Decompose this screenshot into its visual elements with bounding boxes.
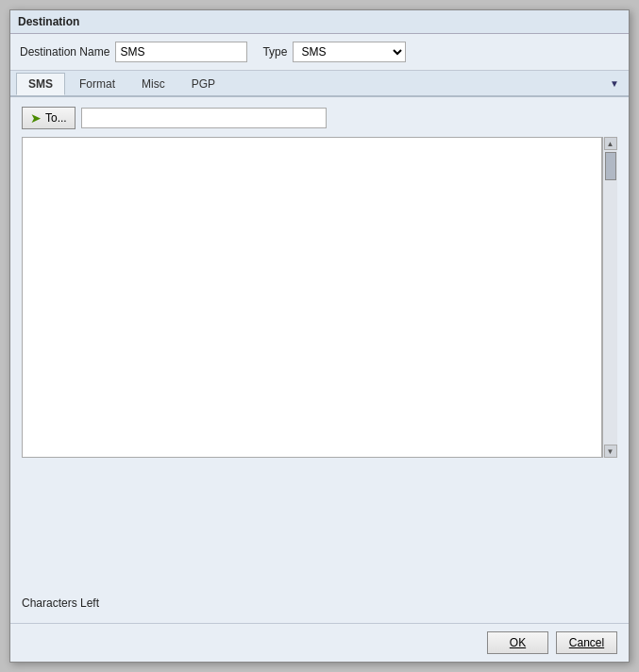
cancel-button[interactable]: Cancel — [556, 631, 617, 654]
tab-content-sms: ➤ To... ▲ ▼ Characters Left — [10, 97, 629, 623]
characters-left-label: Characters Left — [22, 593, 617, 613]
message-area-wrapper: ▲ ▼ — [22, 137, 617, 585]
destination-name-input[interactable] — [115, 42, 247, 62]
destination-name-row: Destination Name Type SMSEmailFaxPager — [10, 34, 629, 71]
tabs-bar: SMS Format Misc PGP ▼ — [10, 71, 629, 97]
message-textarea[interactable] — [22, 137, 602, 458]
cancel-label: Cancel — [569, 636, 604, 649]
scrollbar-track: ▲ ▼ — [602, 137, 617, 458]
type-label: Type — [262, 45, 287, 59]
to-arrow-icon: ➤ — [30, 110, 42, 126]
bottom-buttons: OK Cancel — [10, 623, 629, 662]
destination-dialog: Destination Destination Name Type SMSEma… — [9, 9, 630, 663]
to-row: ➤ To... — [22, 107, 617, 129]
tab-pgp[interactable]: PGP — [179, 72, 227, 94]
tab-format[interactable]: Format — [67, 72, 127, 94]
destination-name-label: Destination Name — [20, 45, 109, 59]
ok-button[interactable]: OK — [487, 631, 548, 654]
type-select[interactable]: SMSEmailFaxPager — [293, 42, 406, 62]
dialog-title: Destination — [10, 10, 629, 34]
scrollbar-thumb[interactable] — [605, 152, 616, 180]
tab-dropdown-arrow[interactable]: ▼ — [606, 75, 623, 92]
to-button-label: To... — [45, 111, 67, 125]
scrollbar-down-arrow[interactable]: ▼ — [604, 445, 617, 458]
tab-sms[interactable]: SMS — [16, 73, 65, 95]
scrollbar-up-arrow[interactable]: ▲ — [604, 137, 617, 150]
to-input[interactable] — [81, 108, 327, 128]
ok-label: OK — [510, 636, 526, 649]
tab-misc[interactable]: Misc — [129, 72, 177, 94]
to-button[interactable]: ➤ To... — [22, 107, 76, 129]
